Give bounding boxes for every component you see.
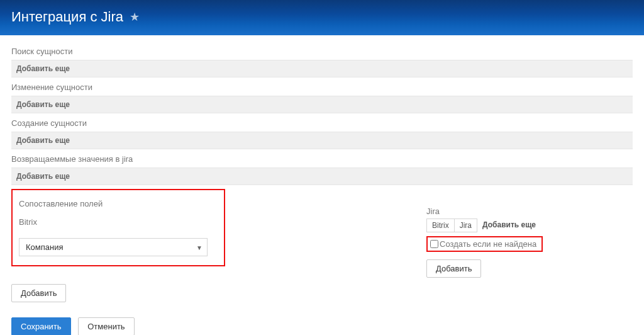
jira-column-label: Jira [426, 203, 543, 219]
add-more-subfield[interactable]: Добавить еще [482, 219, 536, 229]
favorite-star-icon[interactable]: ★ [130, 11, 140, 23]
mapping-title: Сопоставление полей [19, 195, 218, 211]
section-create-entity: Создание сущности [11, 113, 633, 132]
section-change-entity: Изменение сущности [11, 77, 633, 96]
create-if-not-found-highlight: Создать если не найдена [426, 236, 543, 252]
jira-mapping-area: Jira Bitrix Jira Добавить еще Создать ес… [426, 185, 543, 278]
create-if-not-found-label: Создать если не найдена [440, 239, 536, 249]
field-mapping-highlight: Сопоставление полей Bitrix Компания ▼ [11, 189, 225, 266]
section-return-values: Возвращаеммые значения в jira [11, 149, 633, 168]
page-title: Интеграция с Jira [11, 9, 123, 25]
add-more-create[interactable]: Добавить еще [11, 132, 633, 149]
add-more-return[interactable]: Добавить еще [11, 168, 633, 185]
page-header: Интеграция с Jira ★ [0, 0, 644, 35]
subtab-bitrix[interactable]: Bitrix [427, 219, 455, 232]
add-mapping-row-button[interactable]: Добавить [426, 259, 481, 278]
bitrix-column-label: Bitrix [19, 211, 218, 229]
subtabs: Bitrix Jira [426, 219, 477, 232]
add-more-change[interactable]: Добавить еще [11, 96, 633, 113]
bitrix-field-selected: Компания [19, 238, 208, 256]
save-button[interactable]: Сохранить [11, 317, 71, 335]
cancel-button[interactable]: Отменить [78, 317, 134, 335]
subtab-jira[interactable]: Jira [454, 219, 477, 232]
content-area: Поиск сущности Добавить еще Изменение су… [0, 35, 644, 335]
section-search-entity: Поиск сущности [11, 42, 633, 60]
create-if-not-found-checkbox[interactable] [430, 240, 438, 248]
add-more-search[interactable]: Добавить еще [11, 60, 633, 77]
add-button[interactable]: Добавить [11, 284, 66, 302]
bitrix-field-select[interactable]: Компания ▼ [19, 238, 208, 256]
